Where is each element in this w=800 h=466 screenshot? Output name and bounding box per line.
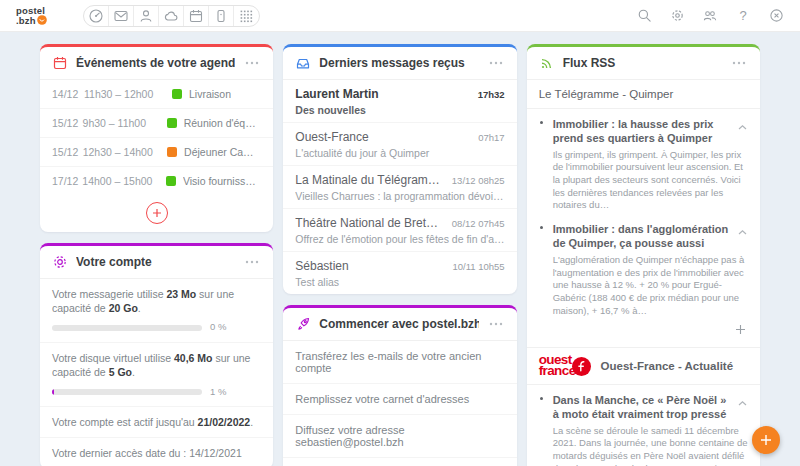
getting-started-header: Commencer avec postel.bzh — [283, 308, 516, 341]
message-row[interactable]: Théâtre National de Bretagne ,08/12 07h4… — [283, 209, 516, 252]
agenda-event-row[interactable]: 17/12 14h00 – 15h00 Visio fournisseurs — [40, 167, 273, 195]
disk-used-value: 40,6 Mo — [174, 352, 213, 364]
bullet-dot — [540, 121, 543, 124]
message-row[interactable]: Laurent Martin17h32 Des nouvelles — [283, 80, 516, 123]
app-nav — [83, 5, 260, 27]
message-row[interactable]: Ouest-France07h17 L'actualité du jour à … — [283, 123, 516, 166]
event-label: Déjeuner Camille — [184, 146, 261, 158]
chevron-up-icon[interactable] — [737, 393, 748, 410]
nav-cloud-icon[interactable] — [159, 6, 184, 26]
rss-card-header: Flux RSS — [527, 47, 760, 80]
logout-icon[interactable] — [768, 8, 784, 24]
account-active-text: Votre compte est actif jusqu'au — [52, 416, 198, 428]
rss-article-title-row[interactable]: Immobilier : la hausse des prix prend se… — [553, 117, 748, 146]
agenda-event-row[interactable]: 14/12 11h30 – 12h00 Livraison — [40, 80, 273, 109]
last-access-text: Votre dernier accès date du : 14/12/2021 — [52, 447, 242, 459]
message-subject: Des nouvelles — [295, 104, 504, 116]
rss-article-title: Dans la Manche, ce « Père Noël » à moto … — [553, 393, 731, 422]
progress-fill — [52, 389, 54, 395]
account-card: Votre compte Votre messagerie utilise 23… — [40, 243, 273, 466]
column-middle: Derniers messages reçus Laurent Martin17… — [283, 44, 516, 466]
event-date: 15/12 — [52, 146, 83, 158]
rss-article-title-row[interactable]: Dans la Manche, ce « Père Noël » à moto … — [553, 393, 748, 422]
rss-card: Flux RSS Le Télégramme - Quimper Immobil… — [527, 44, 760, 466]
chevron-up-icon[interactable] — [737, 222, 748, 239]
nav-phone-icon[interactable] — [209, 6, 234, 26]
bullet-dot — [540, 226, 543, 229]
event-time: 11h30 – 12h00 — [84, 88, 170, 100]
agenda-menu-icon[interactable] — [243, 59, 261, 67]
message-subject: Test alias — [295, 276, 504, 288]
help-icon[interactable]: ? — [735, 8, 751, 24]
nav-calendar-icon[interactable] — [184, 6, 209, 26]
logo-line1: postel — [16, 6, 47, 16]
event-color-square — [166, 176, 176, 186]
message-row[interactable]: Sébastien10/11 10h55 Test alias — [283, 252, 516, 294]
rss-article-excerpt: L'agglomération de Quimper n'échappe pas… — [553, 254, 748, 318]
task-link[interactable]: Transférez les e-mails de votre ancien c… — [283, 341, 516, 384]
add-event-button[interactable] — [146, 202, 168, 224]
logo-line2: .bzh — [16, 16, 36, 26]
event-label: Livraison — [189, 88, 231, 100]
disk-capacity-value: 5 Go — [109, 366, 132, 378]
account-active-text: . — [250, 416, 253, 428]
nav-mail-icon[interactable] — [109, 6, 134, 26]
message-row[interactable]: La Matinale du Télégramme13/12 08h25 Vie… — [283, 166, 516, 209]
top-bar-actions: ? — [636, 8, 784, 24]
rocket-icon — [295, 316, 311, 332]
help-glyph: ? — [739, 8, 746, 23]
mailbox-usage-percent: 0 % — [210, 321, 226, 334]
groups-icon[interactable] — [702, 8, 718, 24]
message-subject: Vieilles Charrues : la programmation dév… — [295, 190, 504, 202]
mailbox-used-value: 23 Mo — [166, 288, 196, 300]
message-sender: Théâtre National de Bretagne , — [295, 216, 443, 230]
account-active-row: Votre compte est actif jusqu'au 21/02/20… — [40, 407, 273, 438]
chevron-up-icon[interactable] — [737, 117, 748, 134]
logo-smiley-icon — [37, 15, 47, 25]
task-link[interactable]: Diffusez votre adresse sebastien@postel.… — [283, 415, 516, 458]
message-sender: Ouest-France — [295, 130, 368, 144]
account-menu-icon[interactable] — [243, 258, 261, 266]
getting-started-menu-icon[interactable] — [487, 320, 505, 328]
rss-feed-footer — [527, 319, 760, 348]
rss-feed-name: Ouest-France - Actualité — [601, 360, 734, 372]
rss-article-title: Immobilier : dans l'agglomération de Qui… — [553, 222, 731, 251]
event-time: 14h00 – 15h00 — [82, 175, 164, 187]
event-color-square — [167, 118, 177, 128]
messages-menu-icon[interactable] — [487, 59, 505, 67]
nav-apps-grid-icon[interactable] — [234, 6, 259, 26]
rss-menu-icon[interactable] — [730, 59, 748, 67]
agenda-event-row[interactable]: 15/12 12h30 – 14h00 Déjeuner Camille — [40, 138, 273, 167]
mailbox-usage-bar: 0 % — [52, 321, 261, 334]
task-link[interactable]: Personnalisez postel.bzh — [283, 458, 516, 466]
rss-article: Immobilier : dans l'agglomération de Qui… — [527, 214, 760, 319]
agenda-event-row[interactable]: 15/12 9h30 – 11h00 Réunion d'équipe — [40, 109, 273, 138]
message-subject: Offrez de l'émotion pour les fêtes de fi… — [295, 233, 504, 245]
nav-dashboard-icon[interactable] — [84, 6, 109, 26]
settings-gear-icon[interactable] — [669, 8, 685, 24]
column-right: Flux RSS Le Télégramme - Quimper Immobil… — [527, 44, 760, 466]
compose-fab-button[interactable] — [752, 426, 780, 454]
show-more-plus-icon[interactable] — [733, 321, 748, 340]
progress-track — [52, 389, 202, 395]
messages-card-header: Derniers messages reçus — [283, 47, 516, 80]
bullet-dot — [540, 397, 543, 400]
rss-article-title-row[interactable]: Immobilier : dans l'agglomération de Qui… — [553, 222, 748, 251]
message-sender: Laurent Martin — [295, 87, 378, 101]
inbox-icon — [295, 55, 311, 71]
event-color-square — [172, 89, 182, 99]
message-time: 10/11 10h55 — [453, 261, 505, 272]
nav-contacts-icon[interactable] — [134, 6, 159, 26]
task-link[interactable]: Remplissez votre carnet d'adresses — [283, 384, 516, 415]
postel-logo[interactable]: postel .bzh — [16, 6, 47, 26]
ouest-france-logo: ouest france — [539, 355, 591, 377]
search-icon[interactable] — [636, 8, 652, 24]
rss-icon — [539, 55, 555, 71]
mailbox-capacity-value: 20 Go — [109, 302, 138, 314]
disk-usage-bar: 1 % — [52, 386, 261, 399]
mailbox-usage-text: Votre messagerie utilise — [52, 288, 166, 300]
event-label: Visio fournisseurs — [183, 175, 261, 187]
rss-feed-brand-row: ouest france Ouest-France - Actualité — [527, 348, 760, 385]
account-card-header: Votre compte — [40, 246, 273, 279]
calendar-icon — [52, 55, 68, 71]
